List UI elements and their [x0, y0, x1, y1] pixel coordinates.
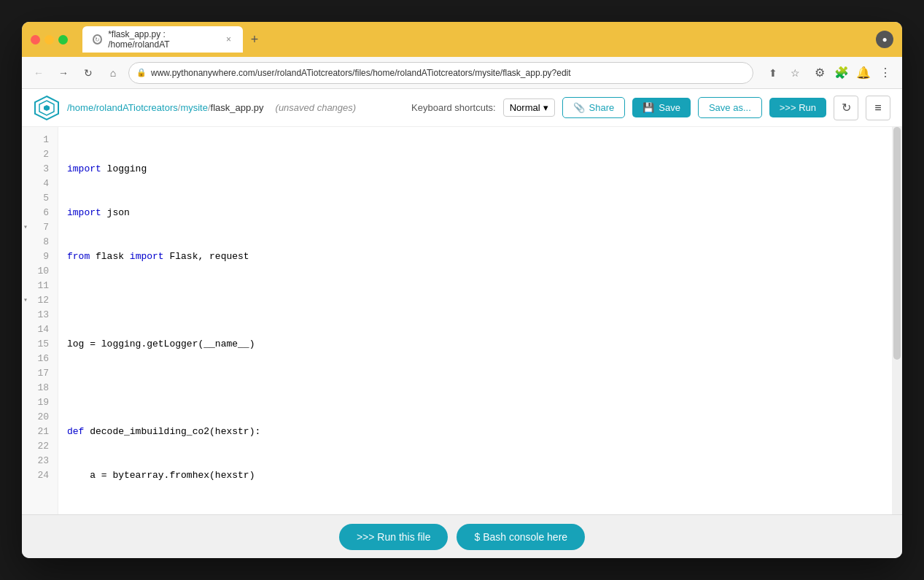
address-bar-row: ← → ↻ ⌂ 🔒 www.pythonanywhere.com/user/ro… — [22, 57, 902, 89]
run-button[interactable]: >>> Run — [769, 98, 826, 117]
code-line-7: def decode_imbuilding_co2(hexstr): — [67, 425, 892, 439]
save-icon: 💾 — [642, 102, 654, 113]
extension-icons: ⚙ 🧩 🔔 ⋮ — [810, 63, 895, 82]
line-num-9: 9 — [22, 250, 58, 264]
line-num-2: 2 — [22, 147, 58, 162]
breadcrumb: /home/rolandATiotcreators/mysite/flask_a… — [67, 102, 264, 113]
reload-button[interactable]: ↻ — [79, 63, 98, 82]
line-num-12: 12▾ — [22, 293, 58, 308]
line-num-21: 21 — [22, 425, 58, 439]
line-num-23: 23 — [22, 454, 58, 468]
bash-console-button[interactable]: $ Bash console here — [457, 524, 585, 550]
refresh-button[interactable]: ↻ — [834, 96, 858, 120]
line-numbers: 1 2 3 4 5 6 7▾ 8 9 10 11 12▾ 13 14 15 16… — [22, 127, 58, 514]
bash-console-label: $ Bash console here — [474, 531, 567, 543]
tab-bar: ↻ *flask_app.py : /home/rolandAT × + — [82, 26, 870, 53]
bookmark-icon[interactable]: ☆ — [785, 63, 804, 82]
save-label: Save — [659, 102, 680, 113]
forward-button[interactable]: → — [54, 63, 73, 82]
line-num-19: 19 — [22, 395, 58, 410]
line-num-22: 22 — [22, 439, 58, 454]
save-button[interactable]: 💾 Save — [632, 98, 691, 117]
run-label: >>> Run — [780, 102, 816, 113]
run-this-file-button[interactable]: >>> Run this file — [339, 524, 449, 550]
run-this-file-label: >>> Run this file — [357, 531, 431, 543]
hamburger-icon: ≡ — [874, 101, 881, 115]
tab-close-icon[interactable]: × — [225, 34, 233, 45]
upload-icon[interactable]: ⬆ — [764, 63, 783, 82]
line-num-15: 15 — [22, 337, 58, 352]
line-num-16: 16 — [22, 352, 58, 366]
code-line-1: import logging — [67, 162, 892, 177]
code-line-2: import json — [67, 206, 892, 220]
tab-favicon: ↻ — [93, 34, 102, 45]
chevron-down-icon: ▾ — [543, 102, 548, 113]
profile-icon[interactable]: ● — [876, 31, 893, 48]
hamburger-menu-button[interactable]: ≡ — [866, 96, 890, 120]
line-num-11: 11 — [22, 279, 58, 293]
site-logo — [34, 95, 60, 121]
lock-icon: 🔒 — [136, 68, 147, 77]
code-editor[interactable]: 1 2 3 4 5 6 7▾ 8 9 10 11 12▾ 13 14 15 16… — [22, 127, 892, 514]
line-num-6: 6 — [22, 206, 58, 220]
share-button[interactable]: 📎 Share — [562, 97, 626, 118]
close-button[interactable] — [31, 35, 40, 45]
keyboard-shortcuts-label: Keyboard shortcuts: — [411, 102, 496, 113]
code-line-8: a = bytearray.fromhex(hexstr) — [67, 468, 892, 483]
line-num-8: 8 — [22, 235, 58, 250]
minimize-button[interactable] — [44, 35, 54, 45]
maximize-button[interactable] — [58, 35, 68, 45]
unsaved-changes-label: (unsaved changes) — [276, 102, 357, 113]
vertical-scrollbar[interactable] — [892, 127, 902, 514]
url-text: www.pythonanywhere.com/user/rolandATiotc… — [151, 68, 571, 78]
breadcrumb-dir[interactable]: mysite — [180, 102, 208, 113]
line-num-1: 1 — [22, 133, 58, 147]
tab-title: *flask_app.py : /home/rolandAT — [108, 29, 219, 50]
share-icon: 📎 — [573, 102, 585, 113]
line-num-7: 7▾ — [22, 220, 58, 235]
line-num-10: 10 — [22, 264, 58, 279]
code-line-4 — [67, 293, 892, 308]
editor-area: 1 2 3 4 5 6 7▾ 8 9 10 11 12▾ 13 14 15 16… — [22, 127, 902, 514]
code-line-3: from flask import Flask, request — [67, 250, 892, 264]
title-bar: ↻ *flask_app.py : /home/rolandAT × + ● — [22, 22, 902, 57]
line-num-24: 24 — [22, 468, 58, 483]
puzzle-icon[interactable]: 🧩 — [832, 63, 851, 82]
back-button[interactable]: ← — [29, 63, 48, 82]
code-line-5: log = logging.getLogger(__name__) — [67, 337, 892, 352]
address-bar-actions: ⬆ ☆ — [764, 63, 804, 82]
more-menu-button[interactable]: ⋮ — [876, 63, 895, 82]
line-num-13: 13 — [22, 308, 58, 322]
home-button[interactable]: ⌂ — [104, 63, 123, 82]
breadcrumb-user[interactable]: rolandATiotcreators — [96, 102, 178, 113]
line-num-18: 18 — [22, 381, 58, 395]
keyboard-mode-select[interactable]: Normal ▾ — [503, 98, 555, 117]
editor-toolbar: /home/rolandATiotcreators/mysite/flask_a… — [22, 89, 902, 127]
line-num-3: 3 — [22, 162, 58, 177]
line-num-4: 4 — [22, 177, 58, 191]
save-as-button[interactable]: Save as... — [698, 97, 762, 118]
notification-icon[interactable]: 🔔 — [854, 63, 873, 82]
scrollbar-thumb[interactable] — [893, 127, 901, 360]
save-as-label: Save as... — [709, 102, 751, 113]
refresh-icon: ↻ — [842, 101, 851, 115]
line-num-17: 17 — [22, 366, 58, 381]
address-bar[interactable]: 🔒 www.pythonanywhere.com/user/rolandATio… — [128, 62, 753, 84]
extensions-button[interactable]: ⚙ — [810, 63, 829, 82]
bottom-bar: >>> Run this file $ Bash console here — [22, 514, 902, 558]
code-content[interactable]: import logging import json from flask im… — [58, 127, 892, 514]
code-line-6 — [67, 381, 892, 395]
breadcrumb-home[interactable]: /home/ — [67, 102, 96, 113]
line-num-5: 5 — [22, 191, 58, 206]
keyboard-mode-value: Normal — [510, 102, 540, 113]
share-label: Share — [589, 102, 615, 113]
breadcrumb-file[interactable]: flask_app.py — [211, 102, 264, 113]
new-tab-button[interactable]: + — [246, 31, 263, 48]
browser-window: ↻ *flask_app.py : /home/rolandAT × + ● ←… — [22, 22, 902, 558]
active-tab[interactable]: ↻ *flask_app.py : /home/rolandAT × — [82, 26, 243, 53]
traffic-lights — [31, 35, 68, 45]
line-num-20: 20 — [22, 410, 58, 425]
svg-marker-2 — [44, 105, 50, 111]
line-num-14: 14 — [22, 322, 58, 337]
